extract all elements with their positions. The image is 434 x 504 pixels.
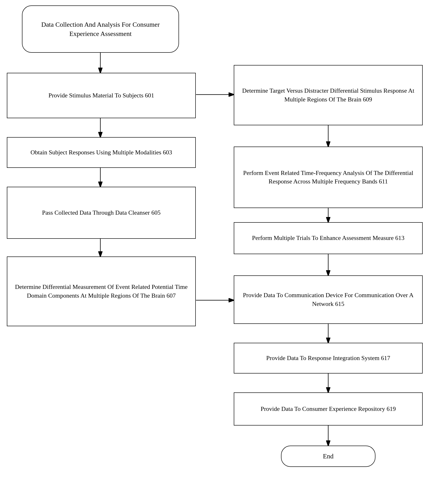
node-617-label: Provide Data To Response Integration Sys… xyxy=(266,354,390,362)
node-601: Provide Stimulus Material To Subjects 60… xyxy=(7,73,196,118)
node-619-label: Provide Data To Consumer Experience Repo… xyxy=(261,405,396,413)
node-615: Provide Data To Communication Device For… xyxy=(234,275,423,324)
end-node: End xyxy=(281,446,375,467)
node-609-label: Determine Target Versus Distracter Diffe… xyxy=(239,87,417,104)
node-603: Obtain Subject Responses Using Multiple … xyxy=(7,137,196,168)
node-603-label: Obtain Subject Responses Using Multiple … xyxy=(30,148,172,157)
node-613-label: Perform Multiple Trials To Enhance Asses… xyxy=(252,234,404,242)
start-node: Data Collection And Analysis For Consume… xyxy=(22,5,179,53)
node-611: Perform Event Related Time-Frequency Ana… xyxy=(234,147,423,208)
node-607-label: Determine Differential Measurement Of Ev… xyxy=(12,283,191,300)
node-611-label: Perform Event Related Time-Frequency Ana… xyxy=(239,169,417,186)
diagram-container: Data Collection And Analysis For Consume… xyxy=(0,0,434,504)
node-617: Provide Data To Response Integration Sys… xyxy=(234,343,423,374)
node-615-label: Provide Data To Communication Device For… xyxy=(239,291,417,308)
node-609: Determine Target Versus Distracter Diffe… xyxy=(234,65,423,125)
node-619: Provide Data To Consumer Experience Repo… xyxy=(234,392,423,425)
end-label: End xyxy=(323,451,333,461)
start-label: Data Collection And Analysis For Consume… xyxy=(28,20,173,38)
node-601-label: Provide Stimulus Material To Subjects 60… xyxy=(48,91,154,100)
node-605-label: Pass Collected Data Through Data Cleanse… xyxy=(42,208,161,217)
node-613: Perform Multiple Trials To Enhance Asses… xyxy=(234,222,423,254)
node-607: Determine Differential Measurement Of Ev… xyxy=(7,256,196,326)
node-605: Pass Collected Data Through Data Cleanse… xyxy=(7,187,196,239)
